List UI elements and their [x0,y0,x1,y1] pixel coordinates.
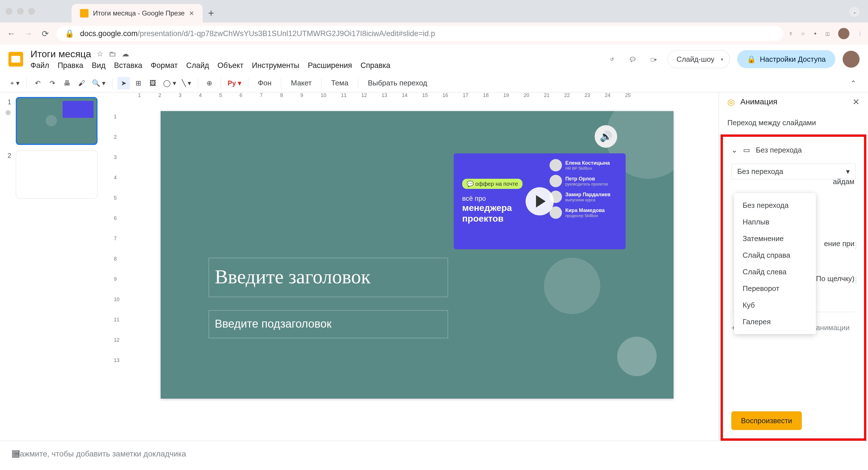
transition-optiondropdown-option[interactable]: Куб [734,297,816,314]
menu-view[interactable]: Вид [92,61,106,70]
transition-dropdown[interactable]: Без перехода ▾ [731,164,856,179]
zoom-button[interactable]: 🔍 ▾ [90,77,107,89]
video-person: Петр Орловруководитель проектов [550,175,620,187]
document-title[interactable]: Итоги месяца [30,49,91,59]
transition-optiondropdown-option[interactable]: Слайд слева [734,264,816,280]
title-placeholder[interactable]: Введите заголовок [209,258,448,297]
play-animations-button[interactable]: Воспроизвести [731,411,802,430]
tabs-expand-icon[interactable]: ⌄ [849,7,860,17]
address-bar[interactable]: 🔒 docs.google.com/presentation/d/1-qp78z… [56,26,783,41]
video-embed[interactable]: 💬 оффер на почте всё про менеджера проек… [454,153,626,249]
close-panel-icon[interactable]: ✕ [852,97,860,107]
print-button[interactable]: 🖶 [61,77,73,89]
star-icon[interactable]: ☆ [97,50,103,58]
image-tool[interactable]: 🖼 [147,77,159,89]
dropdown-selected-value: Без перехода [737,167,783,176]
new-slide-button[interactable]: + ▾ [8,77,21,89]
slide-thumb-2[interactable] [16,151,97,199]
animation-panel-title: Анимация [740,97,777,106]
slide-thumb-1[interactable] [16,97,97,145]
motion-icon: ◎ [727,97,735,107]
workspace: 1 ◎ 2 1234567891011121314151617181920212… [0,92,868,441]
video-badge: 💬 оффер на почте [462,179,523,189]
comments-icon[interactable]: 💬 [626,53,640,66]
current-transition-row[interactable]: ⌄ ▭ Без перехода [728,142,859,158]
close-window[interactable] [6,8,12,14]
tab-close-icon[interactable]: × [189,8,194,18]
comment-tool[interactable]: ⊕ [203,77,216,89]
canvas-area: 1234567891011121314151617181920212223242… [110,92,719,441]
audio-icon[interactable]: 🔊 [595,125,617,148]
slideshow-dropdown[interactable]: ▾ [714,50,730,68]
current-transition-label: Без перехода [756,146,802,154]
slide-canvas[interactable]: 🔊 💬 оффер на почте всё про менеджера про… [161,111,674,399]
line-tool[interactable]: ╲ ▾ [180,77,193,89]
video-person: Кира Мамедовапродюсер Skillbox [550,206,620,219]
menu-insert[interactable]: Вставка [114,61,142,70]
tab-title: Итоги месяца - Google Презе [93,9,185,17]
transition-optiondropdown-option[interactable]: Без перехода [734,197,816,214]
bookmark-icon[interactable]: ☆ [801,31,805,36]
forward-button[interactable]: → [23,28,34,39]
video-call-icon[interactable]: ▢▸ [647,53,660,66]
menu-format[interactable]: Формат [151,61,178,70]
lock-icon: 🔒 [747,55,756,64]
video-play-icon[interactable] [526,187,554,215]
layout-button[interactable]: Макет [286,79,316,87]
paint-format-button[interactable]: 🖌 [75,77,88,89]
history-icon[interactable]: ↺ [605,53,619,66]
shape-tool[interactable]: ◯ ▾ [161,77,178,89]
select-tool[interactable]: ➤ [118,77,130,89]
menu-help[interactable]: Справка [361,61,390,70]
chrome-menu-icon[interactable]: ⋮ [858,31,862,36]
maximize-window[interactable] [28,8,35,14]
menu-object[interactable]: Объект [218,61,244,70]
transition-optiondropdown-option[interactable]: Галерея [734,314,816,330]
menu-bar: Файл Правка Вид Вставка Формат Слайд Объ… [30,61,390,70]
back-button[interactable]: ← [6,28,17,39]
browser-tab[interactable]: Итоги месяца - Google Презе × [71,4,203,23]
menu-file[interactable]: Файл [30,61,49,70]
thumb-number: 2 [6,151,11,159]
menu-edit[interactable]: Правка [58,61,83,70]
apply-all-fragment[interactable]: айдам [833,177,855,186]
menu-slide[interactable]: Слайд [186,61,209,70]
background-button[interactable]: Фон [253,79,276,87]
lang-indicator[interactable]: Рy ▾ [226,77,243,89]
transition-optiondropdown-option[interactable]: Переворот [734,280,816,297]
menu-extensions[interactable]: Расширения [308,61,352,70]
hide-menus-icon[interactable]: ⌃ [847,77,860,89]
thumb-number: 1 [6,97,11,106]
redo-button[interactable]: ↷ [46,77,59,89]
transition-optiondropdown-option[interactable]: Наплыв [734,214,816,230]
video-person: Елена КостицынаHR BP Skillbox [550,159,620,171]
drag-handle-icon[interactable]: ⋮⋮ [845,276,860,285]
undo-button[interactable]: ↶ [32,77,44,89]
cloud-status-icon[interactable]: ☁ [122,50,129,58]
theme-button[interactable]: Тема [327,79,353,87]
grid-view-icon[interactable]: ▦ [11,447,20,459]
reload-button[interactable]: ⟳ [39,28,51,39]
subtitle-placeholder[interactable]: Введите подзаголовок [209,310,448,338]
extensions-icon[interactable]: ✦ [813,31,817,36]
menu-tools[interactable]: Инструменты [252,61,299,70]
move-folder-icon[interactable]: 🗀 [109,50,116,58]
share-button[interactable]: 🔒 Настройки Доступа [737,50,835,68]
dropdown-arrow-icon: ▾ [846,167,850,176]
minimize-window[interactable] [17,8,24,14]
new-tab-button[interactable]: + [208,7,214,19]
transition-optiondropdown-option[interactable]: Затемнение [734,230,816,247]
video-text: всё про [462,195,523,202]
textbox-tool[interactable]: ⊞ [132,77,145,89]
slides-logo-icon[interactable] [8,52,23,66]
speaker-notes[interactable]: Нажмите, чтобы добавить заметки докладчи… [0,441,868,470]
transition-optiondropdown-option[interactable]: Слайд справа [734,247,816,264]
drag-handle-icon[interactable]: ⋮⋮ [845,241,860,250]
share-page-icon[interactable]: ⇧ [789,31,793,36]
url-path: /presentation/d/1-qp78zwChWsYUs3B1SUnl12… [137,29,435,38]
transition-button[interactable]: Выбрать переход [363,79,432,87]
video-text: проектов [462,213,523,224]
profile-avatar[interactable] [838,28,849,39]
account-avatar[interactable] [843,51,860,68]
sidepanel-icon[interactable]: ◫ [826,31,830,36]
